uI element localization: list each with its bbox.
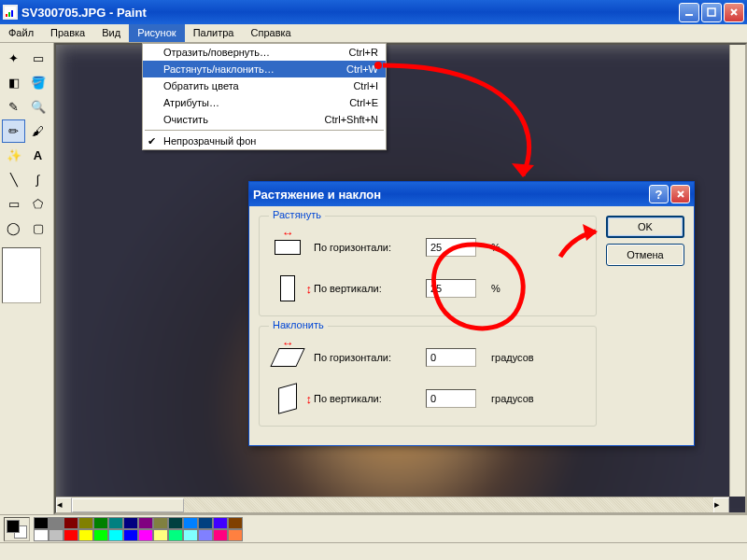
- menu-flip-rotate[interactable]: Отразить/повернуть…Ctrl+R: [143, 44, 386, 61]
- menu-invert-colors[interactable]: Обратить цветаCtrl+I: [143, 77, 386, 94]
- tool-eraser[interactable]: ◧: [2, 71, 25, 94]
- palette-color[interactable]: [63, 529, 78, 541]
- palette-color[interactable]: [213, 529, 228, 541]
- menu-view[interactable]: Вид: [93, 24, 129, 42]
- skew-horiz-label: По горизонтали:: [314, 352, 416, 363]
- menu-opaque-background[interactable]: ✔ Непрозрачный фон: [143, 133, 386, 149]
- menu-stretch-skew[interactable]: Растянуть/наклонить…Ctrl+W: [143, 61, 386, 77]
- palette-color[interactable]: [138, 517, 153, 529]
- horizontal-scrollbar[interactable]: ◂ ▸: [56, 497, 729, 512]
- tool-polygon[interactable]: ⬠: [26, 192, 49, 216]
- scroll-right-button[interactable]: ▸: [713, 497, 729, 513]
- menu-image[interactable]: Рисунок: [129, 24, 185, 42]
- stretch-vert-input[interactable]: [426, 279, 476, 298]
- tool-brush[interactable]: 🖌: [26, 119, 49, 143]
- palette-color[interactable]: [198, 529, 213, 541]
- stretch-groupbox: Растянуть ↔ По горизонтали: % ↕ По верти…: [259, 216, 597, 316]
- palette-color[interactable]: [93, 517, 108, 529]
- tool-roundrect[interactable]: ▢: [26, 217, 49, 240]
- minimize-button[interactable]: [679, 3, 699, 22]
- palette-color[interactable]: [78, 529, 93, 541]
- paint-app-icon: [3, 5, 18, 20]
- skew-vert-input[interactable]: [426, 389, 476, 408]
- image-menu-dropdown: Отразить/повернуть…Ctrl+R Растянуть/накл…: [142, 43, 387, 150]
- palette-color[interactable]: [198, 517, 213, 529]
- palette-color[interactable]: [183, 517, 198, 529]
- svg-rect-5: [708, 8, 715, 16]
- window-titlebar: SV300705.JPG - Paint: [0, 0, 747, 24]
- color-palette-bar: [0, 514, 747, 542]
- maximize-button[interactable]: [701, 3, 722, 22]
- skew-legend: Наклонить: [269, 319, 328, 330]
- tool-text[interactable]: A: [26, 144, 49, 167]
- check-icon: ✔: [148, 135, 156, 147]
- palette-color[interactable]: [78, 517, 93, 529]
- menu-file[interactable]: Файл: [0, 24, 42, 42]
- palette-color[interactable]: [34, 517, 49, 529]
- palette-color[interactable]: [228, 517, 243, 529]
- stretch-vert-label: По вертикали:: [314, 283, 416, 294]
- palette-color[interactable]: [213, 517, 228, 529]
- tool-line[interactable]: ╲: [2, 168, 25, 191]
- current-colors-box[interactable]: [4, 517, 30, 541]
- svg-rect-1: [6, 14, 7, 17]
- stretch-vert-icon: ↕: [271, 274, 304, 302]
- palette-color[interactable]: [183, 529, 198, 541]
- cancel-button[interactable]: Отмена: [606, 244, 684, 266]
- menu-help[interactable]: Справка: [243, 24, 300, 42]
- palette-color[interactable]: [228, 529, 243, 541]
- palette-color[interactable]: [108, 529, 123, 541]
- dialog-titlebar: Растяжение и наклон ?: [249, 182, 694, 206]
- palette-color[interactable]: [168, 529, 183, 541]
- scroll-left-button[interactable]: ◂: [56, 497, 72, 513]
- palette-color[interactable]: [49, 517, 63, 529]
- tool-curve[interactable]: ∫: [26, 168, 49, 191]
- menu-palette[interactable]: Палитра: [185, 24, 243, 42]
- skew-vert-icon: ↕: [271, 385, 304, 413]
- palette-color[interactable]: [34, 529, 49, 541]
- tool-pencil[interactable]: ✏: [2, 119, 25, 143]
- status-bar: [0, 542, 747, 560]
- skew-groupbox: Наклонить ↔ По горизонтали: градусов ↕ П…: [259, 326, 597, 427]
- skew-horiz-unit: градусов: [491, 352, 534, 363]
- toolbox: ✦ ▭ ◧ 🪣 ✎ 🔍 ✏ 🖌 ✨ A ╲ ∫ ▭ ⬠ ◯ ▢: [0, 43, 54, 514]
- palette-color[interactable]: [123, 517, 138, 529]
- dialog-close-button[interactable]: [670, 185, 690, 203]
- ok-button[interactable]: OK: [606, 216, 684, 238]
- tool-freeform-select[interactable]: ✦: [2, 47, 25, 70]
- palette-color[interactable]: [63, 517, 78, 529]
- tool-zoom[interactable]: 🔍: [26, 95, 49, 119]
- tool-ellipse[interactable]: ◯: [2, 217, 25, 240]
- tool-rect-select[interactable]: ▭: [26, 47, 49, 70]
- dialog-help-button[interactable]: ?: [649, 185, 669, 203]
- palette-color[interactable]: [49, 529, 63, 541]
- vertical-scrollbar[interactable]: [729, 45, 745, 497]
- skew-horiz-icon: ↔: [271, 343, 304, 371]
- close-button[interactable]: [724, 3, 744, 22]
- scroll-thumb-h[interactable]: [72, 498, 184, 512]
- palette-color[interactable]: [168, 517, 183, 529]
- foreground-color-swatch[interactable]: [7, 520, 20, 533]
- skew-horiz-input[interactable]: [426, 348, 476, 367]
- palette-color[interactable]: [153, 529, 168, 541]
- tool-fill[interactable]: 🪣: [26, 71, 49, 94]
- palette-color[interactable]: [138, 529, 153, 541]
- palette-color[interactable]: [108, 517, 123, 529]
- menu-attributes[interactable]: Атрибуты…Ctrl+E: [143, 94, 386, 111]
- palette-color[interactable]: [123, 529, 138, 541]
- svg-rect-2: [8, 12, 10, 17]
- stretch-skew-dialog: Растяжение и наклон ? Растянуть ↔ По гор…: [248, 181, 695, 446]
- palette-color[interactable]: [93, 529, 108, 541]
- stretch-horiz-unit: %: [491, 242, 500, 253]
- palette-color[interactable]: [153, 517, 168, 529]
- stretch-legend: Растянуть: [269, 209, 325, 220]
- stretch-horiz-input[interactable]: [426, 238, 476, 257]
- menu-clear[interactable]: ОчиститьCtrl+Shft+N: [143, 111, 386, 128]
- tool-picker[interactable]: ✎: [2, 95, 25, 119]
- tool-airbrush[interactable]: ✨: [2, 144, 25, 167]
- tool-rect[interactable]: ▭: [2, 192, 25, 216]
- menu-edit[interactable]: Правка: [42, 24, 93, 42]
- tool-options-box: [2, 247, 41, 303]
- skew-vert-unit: градусов: [491, 393, 534, 404]
- stretch-horiz-icon: ↔: [271, 233, 304, 261]
